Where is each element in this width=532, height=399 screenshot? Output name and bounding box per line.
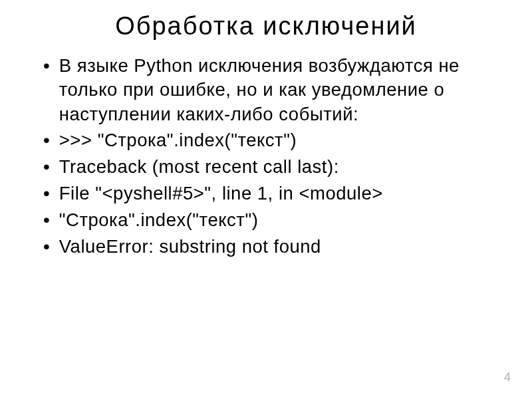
- bullet-text: "Строка".index("текст"): [59, 208, 259, 232]
- bullet-marker: •: [43, 182, 50, 206]
- bullet-text: File "<pyshell#5>", line 1, in <module>: [59, 182, 383, 205]
- bullet-item: • Traceback (most recent call last):: [43, 155, 507, 180]
- bullet-text: В языке Python исключения возбуждаются н…: [59, 54, 507, 126]
- bullet-text: Traceback (most recent call last):: [59, 155, 339, 179]
- page-number: 4: [504, 370, 511, 384]
- bullet-text: >>> "Строка".index("текст"): [59, 128, 297, 152]
- bullet-marker: •: [43, 235, 50, 259]
- bullet-marker: •: [43, 155, 50, 180]
- slide-content: • В языке Python исключения возбуждаются…: [0, 54, 532, 259]
- bullet-text: ValueError: substring not found: [59, 235, 321, 259]
- bullet-marker: •: [43, 128, 50, 153]
- bullet-item: • ValueError: substring not found: [43, 235, 507, 259]
- bullet-item: • File "<pyshell#5>", line 1, in <module…: [43, 182, 507, 206]
- bullet-marker: •: [43, 54, 50, 78]
- slide-title: Обработка исключений: [0, 0, 532, 54]
- bullet-item: • В языке Python исключения возбуждаются…: [43, 54, 507, 126]
- bullet-item: • "Строка".index("текст"): [43, 208, 507, 233]
- bullet-item: • >>> "Строка".index("текст"): [43, 128, 507, 153]
- bullet-marker: •: [43, 208, 50, 233]
